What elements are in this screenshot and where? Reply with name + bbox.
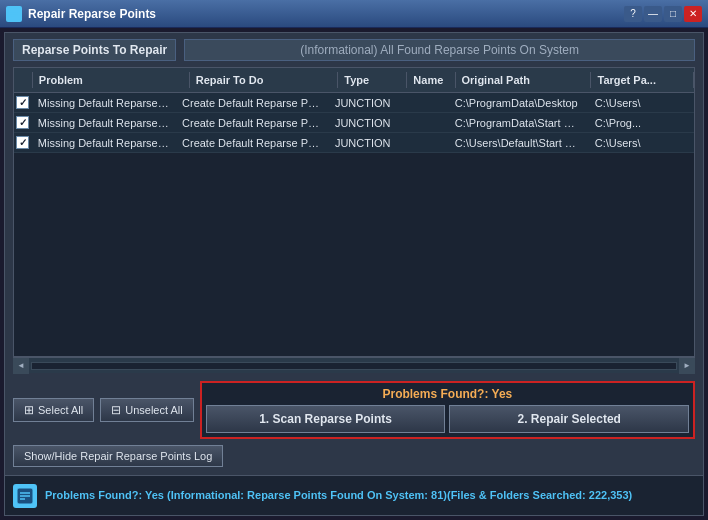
- button-row-2: Show/Hide Repair Reparse Points Log: [13, 445, 695, 467]
- problems-found-text: Problems Found?: Yes: [206, 387, 689, 401]
- row-repair-0: Create Default Reparse Point: [176, 94, 329, 112]
- main-table: Problem Repair To Do Type Name Original …: [13, 67, 695, 357]
- table-row[interactable]: Missing Default Reparse Point Create Def…: [14, 93, 694, 113]
- maximize-button[interactable]: □: [664, 6, 682, 22]
- table-row[interactable]: Missing Default Reparse Point Create Def…: [14, 133, 694, 153]
- th-target: Target Pa...: [591, 72, 694, 88]
- scan-reparse-points-button[interactable]: 1. Scan Reparse Points: [206, 405, 446, 433]
- row-name-1: [400, 120, 449, 126]
- row-type-1: JUNCTION: [329, 114, 400, 132]
- minimize-button[interactable]: —: [644, 6, 662, 22]
- unselect-all-button[interactable]: ⊟ Unselect All: [100, 398, 193, 422]
- show-hide-log-button[interactable]: Show/Hide Repair Reparse Points Log: [13, 445, 223, 467]
- th-repair: Repair To Do: [190, 72, 339, 88]
- row-original-1: C:\ProgramData\Start Menu: [449, 114, 589, 132]
- reparse-points-label: Reparse Points To Repair: [13, 39, 176, 61]
- status-text: Problems Found?: Yes (Informational: Rep…: [45, 488, 632, 503]
- row-repair-1: Create Default Reparse Point: [176, 114, 329, 132]
- repair-selected-button[interactable]: 2. Repair Selected: [449, 405, 689, 433]
- title-bar: Repair Reparse Points ? — □ ✕: [0, 0, 708, 28]
- row-checkbox-2[interactable]: [14, 133, 32, 152]
- close-button[interactable]: ✕: [684, 6, 702, 22]
- th-name: Name: [407, 72, 455, 88]
- help-button[interactable]: ?: [624, 6, 642, 22]
- row-problem-1: Missing Default Reparse Point: [32, 114, 176, 132]
- status-icon: [13, 484, 37, 508]
- scroll-track[interactable]: [31, 362, 677, 370]
- section-header: Reparse Points To Repair (Informational)…: [5, 33, 703, 67]
- row-repair-2: Create Default Reparse Point: [176, 134, 329, 152]
- button-row-1: ⊞ Select All ⊟ Unselect All Problems Fou…: [13, 381, 695, 439]
- row-target-2: C:\Users\: [589, 134, 694, 152]
- row-type-2: JUNCTION: [329, 134, 400, 152]
- window-controls: ? — □ ✕: [624, 6, 702, 22]
- row-checkbox-0[interactable]: [14, 93, 32, 112]
- th-type: Type: [338, 72, 407, 88]
- action-panel: Problems Found?: Yes 1. Scan Reparse Poi…: [200, 381, 695, 439]
- row-target-0: C:\Users\: [589, 94, 694, 112]
- row-original-2: C:\Users\Default\Start Menu: [449, 134, 589, 152]
- row-name-2: [400, 140, 449, 146]
- row-problem-0: Missing Default Reparse Point: [32, 94, 176, 112]
- row-problem-2: Missing Default Reparse Point: [32, 134, 176, 152]
- th-check: [14, 72, 33, 88]
- scroll-right-button[interactable]: ►: [679, 358, 695, 374]
- table-row[interactable]: Missing Default Reparse Point Create Def…: [14, 113, 694, 133]
- window-title: Repair Reparse Points: [28, 7, 624, 21]
- status-bar: Problems Found?: Yes (Informational: Rep…: [5, 475, 703, 515]
- table-header: Problem Repair To Do Type Name Original …: [14, 68, 694, 93]
- th-problem: Problem: [33, 72, 190, 88]
- row-original-0: C:\ProgramData\Desktop: [449, 94, 589, 112]
- table-body: Missing Default Reparse Point Create Def…: [14, 93, 694, 356]
- app-icon: [6, 6, 22, 22]
- scroll-left-button[interactable]: ◄: [13, 358, 29, 374]
- row-target-1: C:\Prog...: [589, 114, 694, 132]
- action-buttons: 1. Scan Reparse Points 2. Repair Selecte…: [206, 405, 689, 433]
- bottom-controls: ⊞ Select All ⊟ Unselect All Problems Fou…: [5, 373, 703, 475]
- unselect-all-icon: ⊟: [111, 403, 121, 417]
- th-original: Original Path: [456, 72, 592, 88]
- row-checkbox-1[interactable]: [14, 113, 32, 132]
- row-type-0: JUNCTION: [329, 94, 400, 112]
- main-container: Reparse Points To Repair (Informational)…: [4, 32, 704, 516]
- informational-label: (Informational) All Found Reparse Points…: [184, 39, 695, 61]
- select-all-icon: ⊞: [24, 403, 34, 417]
- row-name-0: [400, 100, 449, 106]
- horizontal-scrollbar[interactable]: ◄ ►: [13, 357, 695, 373]
- select-all-button[interactable]: ⊞ Select All: [13, 398, 94, 422]
